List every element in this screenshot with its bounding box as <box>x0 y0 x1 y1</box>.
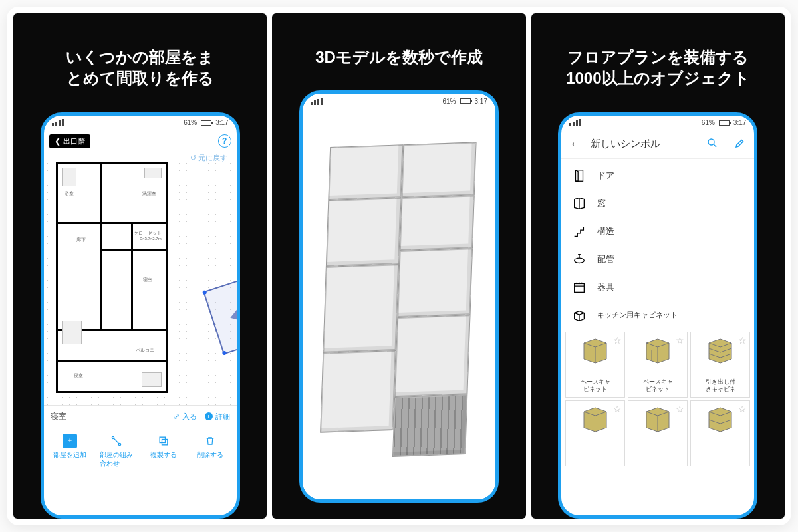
trash-icon <box>203 434 217 448</box>
building-outline: 浴室 洗濯室 クローゼット 3×3.7×2.7m 廊下 寝室 バルコニー 寝室 <box>56 162 168 393</box>
editor-topbar: ❮出口階 ? <box>44 130 237 152</box>
category-list: ドア 窓 構造 配管 器具 <box>561 159 754 332</box>
oven-icon <box>571 279 588 295</box>
object-tile[interactable]: ☆ <box>690 400 750 466</box>
object-grid: ☆ ベースキャ ビネット ☆ ベースキャ ビネット ☆ 引き出し付 きキャビネ … <box>561 332 754 466</box>
edit-button[interactable] <box>734 137 746 152</box>
drawer-cabinet-icon <box>704 336 737 364</box>
cabinet-icon <box>579 405 612 433</box>
svg-rect-3 <box>162 439 167 444</box>
favorite-icon[interactable]: ☆ <box>738 404 747 414</box>
room-label-balcony: バルコニー <box>136 347 159 354</box>
3d-model-icon <box>307 135 491 473</box>
clock-text: 3:17 <box>215 119 228 126</box>
chevron-left-icon: ❮ <box>55 137 61 146</box>
room-label-bedroom: 寝室 <box>143 277 152 283</box>
3d-viewport[interactable] <box>303 108 495 499</box>
svg-rect-7 <box>575 283 585 292</box>
headline-3: フロアプランを装備する 1000以上のオブジェクト <box>566 47 749 90</box>
enter-room-button[interactable]: ⤢入る <box>174 412 197 422</box>
furniture-icon <box>62 321 82 344</box>
room-label-bedroom2: 寝室 <box>74 372 83 379</box>
object-tile[interactable]: ☆ ベースキャ ビネット <box>628 332 688 398</box>
phone-mock-3: 61% 3:17 ← 新しいシンボル ドア 窓 <box>558 112 757 519</box>
signal-icon <box>569 119 581 126</box>
battery-text: 61% <box>443 98 456 105</box>
signal-icon <box>311 98 323 105</box>
statusbar: 61% 3:17 <box>44 116 237 130</box>
symbol-appbar: ← 新しいシンボル <box>561 130 754 159</box>
object-tile[interactable]: ☆ <box>565 400 625 466</box>
base-cabinet-icon <box>641 336 674 364</box>
cabinet-icon <box>704 405 737 433</box>
back-floor-chip[interactable]: ❮出口階 <box>49 134 90 148</box>
selection-metabar: 寝室 ⤢入る i詳細 <box>44 405 237 428</box>
room-label-corridor: 廊下 <box>76 237 86 243</box>
favorite-icon[interactable]: ☆ <box>676 404 684 414</box>
statusbar: 61% 3:17 <box>561 116 754 130</box>
delete-button[interactable]: 削除する <box>187 434 234 468</box>
object-tile[interactable]: ☆ <box>628 400 688 466</box>
headline-2: 3Dモデルを数秒で作成 <box>315 47 483 68</box>
action-bar: ＋ 部屋を追加 部屋の組み 合わせ 複製する 削除する <box>44 428 237 477</box>
phone-mock-2: 61% 3:17 <box>299 90 499 503</box>
battery-icon <box>460 98 471 104</box>
clock-text: 3:17 <box>475 98 487 105</box>
plus-icon: ＋ <box>63 434 77 448</box>
category-door[interactable]: ドア <box>561 162 754 190</box>
selected-room-name: 寝室 <box>51 411 66 422</box>
room-label-closet-dim: 3×3.7×2.7m <box>140 237 162 241</box>
search-button[interactable] <box>706 137 718 152</box>
cabinet-icon <box>571 307 588 323</box>
sink-icon <box>571 251 588 267</box>
svg-point-4 <box>708 139 714 145</box>
favorite-icon[interactable]: ☆ <box>676 335 684 346</box>
favorite-icon[interactable]: ☆ <box>738 335 747 346</box>
info-icon: i <box>205 412 213 420</box>
panel-objects: フロアプランを装備する 1000以上のオブジェクト 61% 3:17 ← 新しい… <box>531 13 785 519</box>
category-kitchen-cabinet[interactable]: キッチン用キャビネット <box>561 301 754 329</box>
dragging-room[interactable] <box>203 269 240 354</box>
duplicate-icon <box>156 434 171 448</box>
add-room-button[interactable]: ＋ 部屋を追加 <box>47 434 94 468</box>
window-icon <box>571 196 588 211</box>
appbar-title: 新しいシンボル <box>591 138 697 150</box>
combine-rooms-button[interactable]: 部屋の組み 合わせ <box>93 434 140 468</box>
svg-rect-2 <box>160 437 165 442</box>
panel-3d: 3Dモデルを数秒で作成 61% 3:17 <box>272 13 525 519</box>
expand-icon: ⤢ <box>174 412 180 421</box>
favorite-icon[interactable]: ☆ <box>613 335 622 346</box>
floorplan-canvas[interactable]: 浴室 洗濯室 クローゼット 3×3.7×2.7m 廊下 寝室 バルコニー 寝室 <box>44 152 237 405</box>
furniture-icon <box>142 372 162 387</box>
back-button[interactable]: ← <box>569 137 581 151</box>
category-plumbing[interactable]: 配管 <box>561 245 754 273</box>
svg-point-6 <box>575 258 585 263</box>
phone-mock-1: 61% 3:17 ❮出口階 ? ↺ 元に戻す 浴室 洗濯室 クローゼット 3×3… <box>41 112 240 519</box>
object-tile[interactable]: ☆ 引き出し付 きキャビネ <box>690 332 750 398</box>
object-tile[interactable]: ☆ ベースキャ ビネット <box>565 332 625 398</box>
panel-floorplan: いくつかの部屋をま とめて間取りを作る 61% 3:17 ❮出口階 ? ↺ 元に… <box>13 13 267 519</box>
svg-rect-5 <box>576 170 583 182</box>
category-structure[interactable]: 構造 <box>561 217 754 245</box>
category-window[interactable]: 窓 <box>561 190 754 217</box>
base-cabinet-icon <box>579 336 612 364</box>
furniture-icon <box>62 168 76 186</box>
battery-icon <box>201 120 211 126</box>
battery-icon <box>719 120 730 126</box>
door-icon <box>571 168 588 184</box>
battery-text: 61% <box>702 119 715 126</box>
clock-text: 3:17 <box>733 119 746 126</box>
cabinet-icon <box>641 405 674 433</box>
favorite-icon[interactable]: ☆ <box>613 404 622 414</box>
room-label-closet: クローゼット <box>134 230 162 237</box>
room-label-bath: 浴室 <box>65 190 74 197</box>
furniture-icon <box>144 168 162 178</box>
room-label-wash: 洗濯室 <box>142 190 156 197</box>
details-button[interactable]: i詳細 <box>205 412 230 422</box>
stairs-icon <box>571 223 588 239</box>
help-button[interactable]: ? <box>218 134 231 148</box>
statusbar: 61% 3:17 <box>303 94 495 108</box>
merge-icon <box>109 434 124 448</box>
category-appliance[interactable]: 器具 <box>561 273 754 301</box>
duplicate-button[interactable]: 複製する <box>140 434 188 468</box>
